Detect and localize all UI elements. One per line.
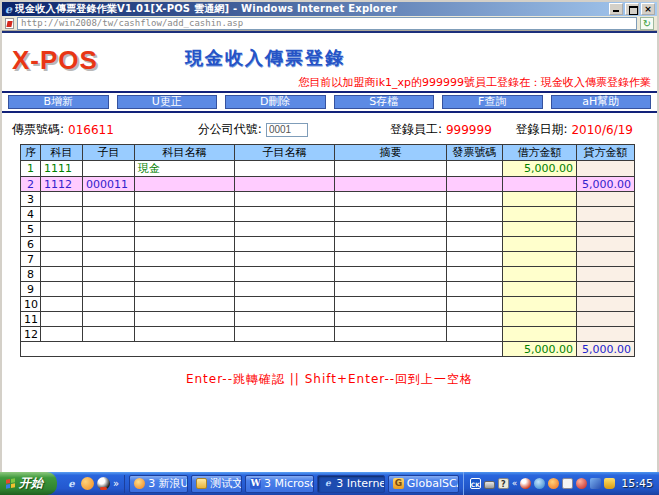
cell-invoice[interactable]	[447, 267, 503, 282]
cell-invoice[interactable]	[447, 207, 503, 222]
cell-invoice[interactable]	[447, 237, 503, 252]
cell-invoice[interactable]	[447, 282, 503, 297]
cell-summary[interactable]	[335, 267, 447, 282]
cell-debit[interactable]	[503, 222, 577, 237]
qq-quicklaunch-icon[interactable]	[97, 477, 110, 490]
cell-sub[interactable]	[83, 267, 135, 282]
cell-sub[interactable]	[83, 207, 135, 222]
cell-debit[interactable]	[503, 192, 577, 207]
toolbar-button-0[interactable]: B增新	[8, 95, 109, 109]
cell-sub_name[interactable]	[235, 312, 335, 327]
cell-subject[interactable]	[41, 252, 83, 267]
cell-subject_name[interactable]	[135, 237, 235, 252]
taskbar-button[interactable]: W3 Microso...▾	[245, 475, 314, 493]
cell-sub[interactable]	[83, 312, 135, 327]
cell-subject_name[interactable]	[135, 222, 235, 237]
cell-invoice[interactable]	[447, 222, 503, 237]
cell-credit[interactable]	[577, 297, 635, 312]
cell-subject_name[interactable]	[135, 252, 235, 267]
cell-subject_name[interactable]	[135, 312, 235, 327]
toolbar-button-4[interactable]: F查詢	[442, 95, 543, 109]
cell-credit[interactable]	[577, 327, 635, 342]
go-refresh-button[interactable]: ↻	[640, 17, 654, 30]
cell-sub_name[interactable]	[235, 267, 335, 282]
cell-subject[interactable]	[41, 237, 83, 252]
cell-sub_name[interactable]	[235, 192, 335, 207]
cell-sub[interactable]	[83, 222, 135, 237]
cell-sub[interactable]	[83, 192, 135, 207]
cell-sub[interactable]	[83, 297, 135, 312]
cell-debit[interactable]	[503, 267, 577, 282]
cell-invoice[interactable]	[447, 177, 503, 192]
cell-subject[interactable]: 1112	[41, 177, 83, 192]
cell-sub[interactable]	[83, 282, 135, 297]
cell-credit[interactable]: 5,000.00	[577, 177, 635, 192]
cell-subject[interactable]	[41, 282, 83, 297]
cell-credit[interactable]	[577, 222, 635, 237]
minimize-button[interactable]	[609, 3, 623, 15]
cell-subject_name[interactable]	[135, 297, 235, 312]
tray-printer-icon[interactable]	[484, 481, 495, 489]
cell-debit[interactable]	[503, 327, 577, 342]
toolbar-button-1[interactable]: U更正	[117, 95, 218, 109]
cell-sub_name[interactable]	[235, 207, 335, 222]
cell-credit[interactable]	[577, 252, 635, 267]
toolbar-button-2[interactable]: D刪除	[225, 95, 326, 109]
cell-sub_name[interactable]	[235, 177, 335, 192]
cell-debit[interactable]	[503, 177, 577, 192]
cell-sub_name[interactable]	[235, 252, 335, 267]
cell-summary[interactable]	[335, 177, 447, 192]
cell-credit[interactable]	[577, 267, 635, 282]
toolbar-button-5[interactable]: aH幫助	[551, 95, 652, 109]
messenger-quicklaunch-icon[interactable]	[81, 477, 94, 490]
cell-subject[interactable]	[41, 312, 83, 327]
tray-qq2-icon[interactable]	[576, 478, 587, 489]
cell-sub_name[interactable]	[235, 282, 335, 297]
cell-summary[interactable]	[335, 237, 447, 252]
cell-subject[interactable]	[41, 222, 83, 237]
cell-sub[interactable]: 000011	[83, 177, 135, 192]
cell-subject_name[interactable]: 現金	[135, 161, 235, 177]
cell-subject_name[interactable]	[135, 207, 235, 222]
cell-subject_name[interactable]	[135, 267, 235, 282]
cell-summary[interactable]	[335, 282, 447, 297]
cell-sub[interactable]	[83, 252, 135, 267]
cell-debit[interactable]	[503, 282, 577, 297]
cell-invoice[interactable]	[447, 161, 503, 177]
cell-invoice[interactable]	[447, 192, 503, 207]
cell-subject_name[interactable]	[135, 177, 235, 192]
cell-subject[interactable]	[41, 327, 83, 342]
cell-sub_name[interactable]	[235, 297, 335, 312]
cell-credit[interactable]	[577, 282, 635, 297]
cell-sub_name[interactable]	[235, 327, 335, 342]
cell-sub_name[interactable]	[235, 161, 335, 177]
cell-invoice[interactable]	[447, 327, 503, 342]
close-button[interactable]: ×	[641, 3, 655, 15]
cell-summary[interactable]	[335, 222, 447, 237]
cell-subject[interactable]	[41, 192, 83, 207]
cell-summary[interactable]	[335, 192, 447, 207]
cell-invoice[interactable]	[447, 312, 503, 327]
ie-quicklaunch-icon[interactable]: e	[65, 477, 78, 490]
cell-debit[interactable]: 5,000.00	[503, 161, 577, 177]
cell-summary[interactable]	[335, 327, 447, 342]
tray-collapse-chevron[interactable]: «	[512, 478, 518, 489]
cell-summary[interactable]	[335, 312, 447, 327]
cell-subject_name[interactable]	[135, 327, 235, 342]
cell-credit[interactable]	[577, 192, 635, 207]
taskbar-button[interactable]: GGlobalSCAP...	[388, 475, 459, 493]
start-button[interactable]: 开始	[0, 472, 57, 495]
tray-help-icon[interactable]: ?	[498, 478, 509, 489]
cell-debit[interactable]	[503, 297, 577, 312]
cell-debit[interactable]	[503, 252, 577, 267]
cell-subject[interactable]: 1111	[41, 161, 83, 177]
tray-shield-icon[interactable]	[604, 478, 615, 489]
taskbar-button[interactable]: 3 新浪UC▾	[129, 475, 188, 493]
cell-debit[interactable]	[503, 237, 577, 252]
maximize-button[interactable]	[625, 3, 639, 15]
cell-debit[interactable]	[503, 312, 577, 327]
cell-summary[interactable]	[335, 207, 447, 222]
cell-subject[interactable]	[41, 267, 83, 282]
toolbar-button-3[interactable]: S存檔	[334, 95, 435, 109]
tray-ck-icon[interactable]: CK	[470, 478, 481, 489]
